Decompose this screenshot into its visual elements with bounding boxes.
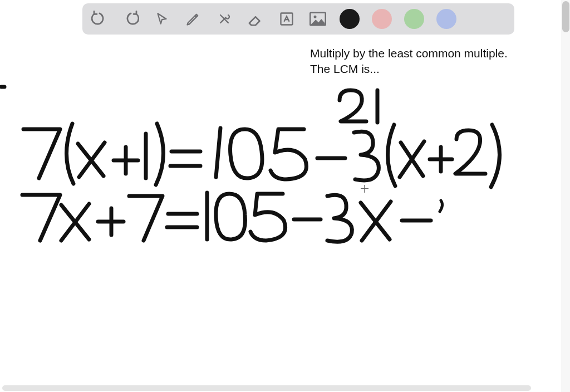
crosshair-cursor (361, 185, 368, 193)
eraser-icon (247, 11, 264, 27)
hw-line-1 (23, 124, 500, 187)
undo-button[interactable] (90, 9, 109, 28)
color-blue[interactable] (436, 9, 456, 29)
vertical-scrollbar[interactable] (561, 0, 570, 392)
pencil-tool[interactable] (184, 9, 203, 28)
drawing-toolbar (82, 3, 514, 35)
caption-line-2: The LCM is... (310, 61, 508, 77)
hw-line-2 (22, 193, 443, 242)
text-icon (279, 11, 294, 27)
tools-icon (217, 11, 232, 27)
tools-button[interactable] (215, 9, 234, 28)
hw-annotation-21 (340, 90, 377, 122)
color-red[interactable] (372, 9, 392, 29)
pointer-tool[interactable] (153, 9, 171, 28)
caption-line-1: Multiply by the least common multiple. (310, 46, 508, 61)
whiteboard-viewport: Multiply by the least common multiple. T… (0, 0, 570, 392)
color-green[interactable] (404, 9, 424, 29)
text-tool[interactable] (277, 9, 296, 28)
instruction-caption: Multiply by the least common multiple. T… (310, 46, 508, 77)
svg-point-2 (314, 16, 317, 18)
redo-button[interactable] (121, 9, 140, 28)
image-icon (309, 12, 326, 26)
image-tool[interactable] (308, 9, 327, 28)
horizontal-scrollbar[interactable] (2, 385, 531, 391)
undo-icon (91, 11, 108, 27)
pencil-icon (185, 11, 201, 27)
color-black[interactable] (340, 9, 360, 29)
vertical-scrollbar-thumb[interactable] (562, 1, 569, 32)
eraser-tool[interactable] (246, 9, 265, 28)
pointer-icon (155, 12, 169, 26)
redo-icon (122, 11, 139, 27)
